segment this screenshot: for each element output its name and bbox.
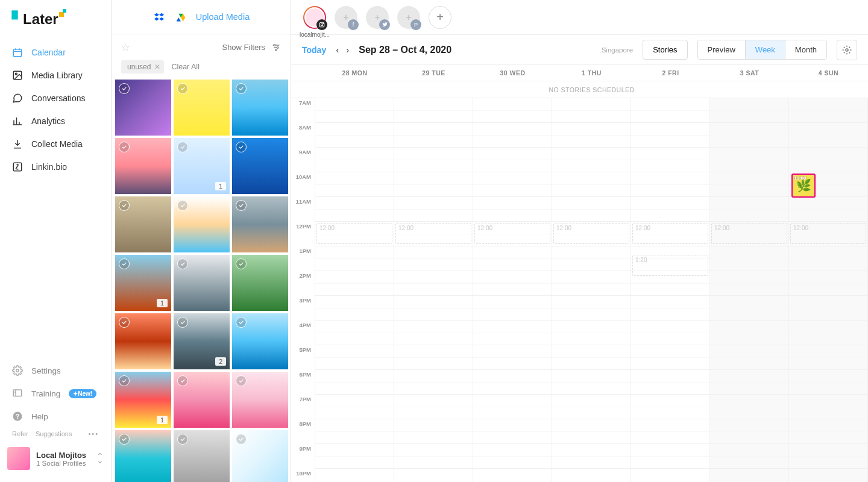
select-check-icon[interactable] (119, 434, 130, 445)
hour-cell[interactable] (710, 370, 788, 395)
today-button[interactable]: Today (302, 45, 326, 55)
hour-cell[interactable] (473, 98, 552, 123)
star-icon[interactable]: ☆ (121, 42, 130, 53)
hour-cell[interactable] (710, 395, 788, 419)
hour-cell[interactable] (315, 419, 394, 444)
close-icon[interactable]: ✕ (154, 63, 160, 71)
select-check-icon[interactable] (177, 200, 188, 211)
profile-pinterest[interactable]: +P (397, 6, 420, 29)
hour-cell[interactable] (631, 395, 709, 419)
hour-cell[interactable] (552, 345, 631, 370)
select-check-icon[interactable] (236, 200, 247, 211)
hour-cell[interactable] (552, 246, 631, 271)
scheduled-post[interactable]: 🌿10:00 (791, 174, 816, 198)
hour-cell[interactable] (710, 246, 788, 271)
hour-cell[interactable] (631, 469, 709, 482)
clear-all-button[interactable]: Clear All (171, 63, 200, 71)
hour-cell[interactable] (394, 444, 473, 469)
hour-cell[interactable] (394, 370, 473, 395)
hour-cell[interactable] (394, 172, 473, 197)
profile-twitter[interactable]: + (366, 6, 389, 29)
hour-cell[interactable] (394, 271, 473, 296)
day-column[interactable]: 12:00 (473, 98, 552, 482)
hour-cell[interactable] (315, 296, 394, 321)
select-check-icon[interactable] (119, 142, 130, 152)
hour-cell[interactable] (315, 271, 394, 296)
select-check-icon[interactable] (177, 434, 188, 445)
hour-cell[interactable] (552, 321, 631, 345)
nav-analytics[interactable]: Analytics (0, 110, 111, 133)
hour-cell[interactable] (552, 370, 631, 395)
day-column[interactable]: 🌿10:0012:00 (789, 98, 868, 482)
hour-cell[interactable] (789, 469, 867, 482)
select-check-icon[interactable] (236, 258, 247, 269)
hour-cell[interactable] (789, 395, 867, 419)
hour-cell[interactable] (394, 148, 473, 172)
media-thumb[interactable] (232, 80, 288, 136)
hour-cell[interactable] (552, 271, 631, 296)
select-check-icon[interactable] (119, 200, 130, 211)
hour-cell[interactable] (789, 444, 867, 469)
media-thumb[interactable] (174, 430, 230, 482)
hour-cell[interactable] (710, 197, 788, 222)
hour-cell[interactable] (789, 148, 867, 172)
hour-cell[interactable] (631, 271, 709, 296)
hour-cell[interactable] (473, 148, 552, 172)
hour-cell[interactable] (473, 419, 552, 444)
select-check-icon[interactable] (119, 83, 130, 94)
media-thumb[interactable] (115, 196, 171, 252)
hour-cell[interactable] (315, 444, 394, 469)
best-time-slot[interactable]: 12:00 (790, 223, 866, 244)
media-thumb[interactable] (232, 372, 288, 428)
best-time-slot[interactable]: 12:00 (474, 223, 550, 244)
hour-cell[interactable] (789, 246, 867, 271)
hour-cell[interactable] (631, 98, 709, 123)
hour-cell[interactable]: 🌿10:00 (789, 172, 867, 197)
select-check-icon[interactable] (119, 375, 130, 386)
hour-cell[interactable] (473, 197, 552, 222)
hour-cell[interactable]: 12:00 (552, 222, 631, 246)
hour-cell[interactable] (710, 148, 788, 172)
hour-cell[interactable] (473, 296, 552, 321)
hour-cell[interactable] (315, 123, 394, 148)
workspace-switcher[interactable]: Local Mojitos 1 Social Profiles ⌃⌄ (0, 440, 111, 478)
hour-cell[interactable]: 1:20 (631, 246, 709, 271)
hour-cell[interactable] (710, 321, 788, 345)
filters-icon[interactable] (271, 43, 281, 52)
timezone-label[interactable]: Singapore (602, 46, 633, 54)
hour-cell[interactable] (394, 395, 473, 419)
profile-instagram[interactable]: localmojit... (303, 6, 326, 29)
hour-cell[interactable] (789, 98, 867, 123)
view-week[interactable]: Week (745, 40, 785, 59)
media-thumb[interactable] (115, 430, 171, 482)
filter-chip-unused[interactable]: unused ✕ (121, 60, 164, 74)
hour-cell[interactable] (631, 197, 709, 222)
hour-cell[interactable] (473, 123, 552, 148)
hour-cell[interactable] (315, 395, 394, 419)
hour-cell[interactable] (789, 123, 867, 148)
hour-cell[interactable] (710, 345, 788, 370)
hour-cell[interactable] (394, 321, 473, 345)
hour-cell[interactable] (631, 419, 709, 444)
select-check-icon[interactable] (236, 142, 247, 152)
calendar-settings-button[interactable] (837, 40, 857, 60)
best-time-slot[interactable]: 12:00 (711, 223, 787, 244)
hour-cell[interactable] (631, 370, 709, 395)
day-column[interactable]: 12:00 (315, 98, 394, 482)
prev-week-button[interactable]: ‹ (336, 45, 339, 55)
hour-cell[interactable] (315, 246, 394, 271)
select-check-icon[interactable] (177, 142, 188, 152)
hour-cell[interactable] (789, 345, 867, 370)
hour-cell[interactable] (315, 172, 394, 197)
hour-cell[interactable] (394, 98, 473, 123)
media-thumb[interactable] (115, 313, 171, 369)
hour-cell[interactable] (394, 296, 473, 321)
hour-cell[interactable] (552, 98, 631, 123)
hour-cell[interactable] (315, 345, 394, 370)
media-thumb[interactable] (174, 80, 230, 136)
nav-help[interactable]: ? Help (0, 405, 111, 428)
nav-linkinbio[interactable]: Linkin.bio (0, 155, 111, 178)
day-column[interactable]: 12:00 (710, 98, 789, 482)
nav-collect-media[interactable]: Collect Media (0, 133, 111, 155)
hour-cell[interactable] (789, 271, 867, 296)
